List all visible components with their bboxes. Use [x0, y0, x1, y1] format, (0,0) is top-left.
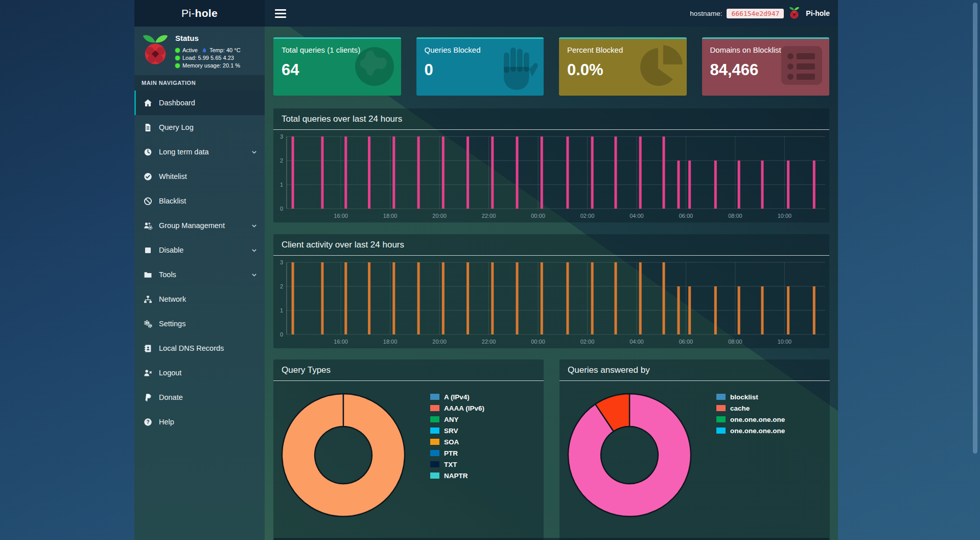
svg-text:20:00: 20:00: [432, 339, 447, 345]
legend-item[interactable]: NAPTR: [430, 470, 484, 481]
sidebar-item-whitelist[interactable]: Whitelist: [134, 164, 265, 189]
legend-label: one.one.one.one: [730, 416, 785, 423]
legend-swatch: [716, 394, 726, 400]
sidebar-item-query-log[interactable]: Query Log: [134, 115, 265, 140]
svg-text:20:00: 20:00: [432, 213, 447, 219]
svg-text:22:00: 22:00: [482, 213, 496, 219]
svg-text:16:00: 16:00: [334, 213, 348, 219]
card-value: 0: [425, 61, 536, 79]
legend-item[interactable]: one.one.one.one: [716, 414, 785, 425]
sidebar-item-blacklist[interactable]: Blacklist: [134, 189, 265, 213]
ban-icon: [144, 197, 152, 206]
svg-text:2: 2: [280, 158, 283, 164]
legend-item[interactable]: ANY: [430, 414, 484, 425]
legend-item[interactable]: AAAA (IPv6): [430, 402, 484, 414]
box-header: Query Types: [273, 359, 544, 381]
legend-label: one.one.one.one: [730, 427, 785, 435]
legend-label: PTR: [444, 449, 458, 457]
status-dot-icon: [175, 63, 180, 68]
card-total-queries: Total queries (1 clients) 64: [273, 37, 401, 96]
sidebar-item-network[interactable]: Network: [134, 287, 265, 311]
sidebar-item-label: Tools: [159, 271, 176, 279]
legend-label: SOA: [444, 438, 459, 446]
sidebar-item-group-management[interactable]: Group Management: [134, 213, 265, 238]
legend-item[interactable]: SOA: [430, 436, 484, 447]
sidebar-item-disable[interactable]: Disable: [134, 238, 265, 262]
legend-item[interactable]: TXT: [430, 459, 484, 470]
paypal-icon: [144, 393, 152, 402]
box-header: Queries answered by: [559, 359, 830, 381]
box-header: Total queries over last 24 hours: [273, 108, 829, 130]
legend-item[interactable]: one.one.one.one: [716, 425, 785, 436]
brand-logo[interactable]: Pi-hole: [134, 0, 265, 27]
sidebar-item-label: Network: [159, 295, 186, 303]
queries-answered-donut-chart[interactable]: [566, 391, 693, 519]
total-queries-chart-box: Total queries over last 24 hours 012316:…: [273, 108, 829, 222]
status-load-label: Load: 5.99 5.65 4.23: [182, 55, 234, 61]
legend-item[interactable]: cache: [716, 402, 785, 414]
summary-cards-row: Total queries (1 clients) 64 Queries Blo…: [273, 37, 829, 96]
svg-text:06:00: 06:00: [679, 213, 693, 219]
card-domains-blocklist: Domains on Blocklist 84,466: [702, 37, 830, 96]
sidebar-item-dashboard[interactable]: Dashboard: [134, 91, 265, 115]
sidebar-item-settings[interactable]: Settings: [134, 311, 265, 336]
legend-label: NAPTR: [444, 472, 468, 480]
sidebar-item-label: Settings: [159, 320, 185, 328]
status-title: Status: [175, 34, 241, 42]
legend-item[interactable]: blocklist: [716, 391, 785, 402]
sidebar-toggle-icon[interactable]: [275, 9, 286, 18]
chevron-down-icon: [251, 247, 258, 254]
legend-label: TXT: [444, 461, 457, 468]
total-queries-bar-chart[interactable]: 012316:0018:0020:0022:0000:0002:0004:000…: [273, 130, 829, 222]
sidebar-section-header: MAIN NAVIGATION: [134, 75, 265, 91]
raspberry-icon: [788, 7, 800, 20]
sidebar-item-tools[interactable]: Tools: [134, 262, 265, 287]
queries-answered-by-box: Queries answered by blocklistcacheone.on…: [559, 359, 830, 540]
box-header: Client activity over last 24 hours: [273, 234, 829, 256]
raspberry-logo-icon: [141, 34, 170, 70]
legend-item[interactable]: PTR: [430, 447, 484, 459]
svg-text:06:00: 06:00: [679, 339, 693, 345]
navbar-right: hostname: 666154e2d947: [690, 7, 830, 20]
svg-text:1: 1: [280, 307, 283, 313]
sidebar-item-label: Disable: [159, 246, 183, 254]
user-times-icon: [144, 369, 152, 377]
legend-item[interactable]: A (IPv4): [430, 391, 484, 402]
query-types-box: Query Types A (IPv4)AAAA (IPv6)ANYSRVSOA…: [273, 359, 544, 540]
query-types-donut-chart[interactable]: [279, 391, 407, 519]
top-navbar: Pi-hole hostname: 666154e2d947: [134, 0, 838, 27]
svg-text:00:00: 00:00: [531, 339, 545, 345]
sidebar-item-help[interactable]: ? Help: [134, 410, 265, 434]
check-circle-icon: [144, 172, 152, 181]
sidebar-item-logout[interactable]: Logout: [134, 361, 265, 385]
svg-text:?: ?: [146, 419, 149, 424]
legend-swatch: [430, 472, 439, 479]
svg-text:18:00: 18:00: [383, 213, 398, 219]
client-activity-chart-box: Client activity over last 24 hours 01231…: [273, 234, 829, 348]
sidebar-item-label: Help: [159, 418, 174, 426]
navbar-main: hostname: 666154e2d947: [265, 0, 838, 27]
sidebar-item-local-dns-records[interactable]: Local DNS Records: [134, 336, 265, 361]
svg-text:10:00: 10:00: [778, 213, 792, 219]
legend-item[interactable]: SRV: [430, 425, 484, 436]
svg-text:00:00: 00:00: [531, 213, 545, 219]
vertical-scrollbar[interactable]: [973, 3, 977, 454]
sidebar-item-label: Dashboard: [159, 99, 195, 107]
status-dot-icon: [175, 56, 180, 60]
sidebar-item-long-term-data[interactable]: Long term data: [134, 140, 265, 164]
legend-swatch: [430, 439, 439, 445]
address-book-icon: [144, 344, 152, 353]
app-window: Pi-hole hostname: 666154e2d947: [134, 0, 838, 540]
card-title: Total queries (1 clients): [282, 46, 393, 54]
legend-label: cache: [730, 404, 750, 412]
legend-swatch: [430, 461, 439, 467]
card-title: Percent Blocked: [567, 46, 679, 54]
legend-swatch: [430, 394, 439, 400]
hostname-label: hostname:: [690, 10, 722, 17]
svg-text:04:00: 04:00: [629, 339, 644, 345]
sidebar-item-donate[interactable]: Donate: [134, 385, 265, 410]
client-activity-bar-chart[interactable]: 012316:0018:0020:0022:0000:0002:0004:000…: [273, 256, 829, 348]
box-title: Total queries over last 24 hours: [282, 114, 402, 124]
svg-text:08:00: 08:00: [728, 213, 742, 219]
status-panel: Status Active Temp: 40 °C Load: 5.99 5.6…: [134, 27, 265, 75]
